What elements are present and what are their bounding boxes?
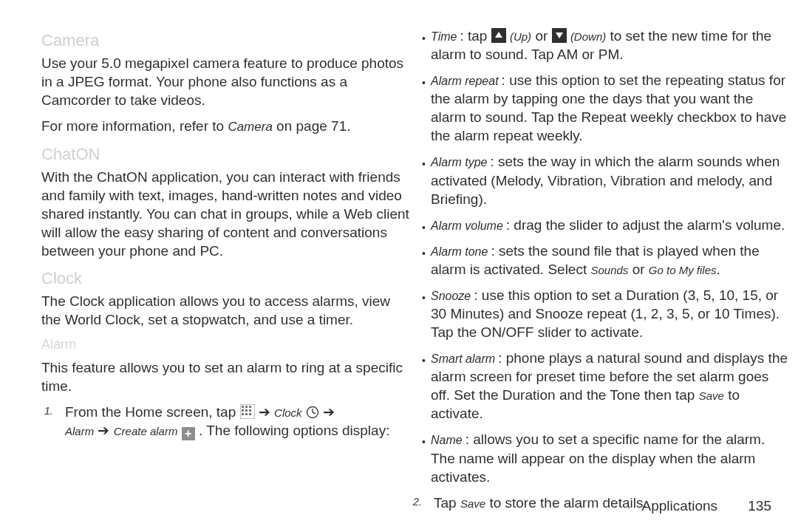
- text: : drag the slider to adjust the alarm's …: [506, 217, 785, 233]
- svg-rect-9: [249, 413, 251, 415]
- bullet-dot: •: [422, 291, 426, 304]
- text: : use this option to set a Duration (3, …: [431, 287, 780, 340]
- svg-rect-7: [242, 413, 244, 415]
- para-camera: Use your 5.0 megapixel camera feature to…: [41, 54, 412, 109]
- para-alarm: This feature allows you to set an alarm …: [41, 358, 412, 395]
- left-column: Camera Use your 5.0 megapixel camera fea…: [41, 27, 416, 532]
- bullet-snooze: • Snooze: use this option to set a Durat…: [422, 286, 791, 341]
- para-camera-ref: For more information, refer to Camera on…: [41, 117, 412, 135]
- bullet-dot: •: [422, 32, 426, 45]
- bullet-smart-alarm: • Smart alarm: phone plays a natural sou…: [422, 349, 791, 423]
- step-list: 1. From the Home screen, tap ➔ Clock: [62, 403, 412, 440]
- para-clock: The Clock application allows you to acce…: [41, 292, 412, 329]
- svg-rect-4: [242, 409, 244, 412]
- bullet-dot: •: [422, 247, 426, 260]
- text: .: [717, 262, 720, 277]
- text: or: [628, 262, 648, 277]
- svg-rect-8: [245, 413, 248, 415]
- bullet-dot: •: [422, 354, 426, 367]
- svg-rect-5: [245, 409, 248, 412]
- text: or: [535, 28, 551, 44]
- bullet-name: • Name: allows you to set a specific nam…: [422, 430, 791, 485]
- label-alarm-type: Alarm type: [431, 156, 487, 168]
- bullet-dot: •: [422, 76, 426, 89]
- step-number: 1.: [44, 404, 53, 417]
- label-alarm: Alarm: [65, 425, 94, 437]
- arrow: ➔: [98, 423, 113, 438]
- up-arrow-icon: [491, 28, 506, 43]
- step-number: 2.: [413, 495, 422, 508]
- bullet-alarm-volume: • Alarm volume: drag the slider to adjus…: [422, 216, 791, 234]
- label-create-alarm: Create alarm: [114, 425, 178, 437]
- bullet-time: • Time: tap (Up) or (Down) to set the ne…: [422, 27, 791, 64]
- right-column: • Time: tap (Up) or (Down) to set the ne…: [416, 27, 791, 532]
- label-save: Save: [460, 497, 485, 510]
- text: to store the alarm details.: [485, 495, 647, 511]
- svg-rect-1: [242, 406, 244, 408]
- label-name: Name: [431, 434, 463, 446]
- footer-section: Applications: [642, 498, 717, 514]
- svg-rect-6: [249, 409, 251, 412]
- bullet-dot: •: [422, 435, 426, 449]
- plus-icon: +: [182, 427, 195, 440]
- clock-icon: [306, 405, 319, 418]
- text: From the Home screen, tap: [65, 404, 240, 420]
- step-1: 1. From the Home screen, tap ➔ Clock: [65, 403, 412, 440]
- text: : tap: [460, 28, 491, 44]
- text: . The following options display:: [199, 423, 389, 438]
- label-up: (Up): [510, 30, 531, 43]
- down-arrow-icon: [552, 28, 567, 43]
- label-alarm-repeat: Alarm repeat: [431, 75, 499, 87]
- svg-rect-2: [245, 406, 248, 408]
- heading-clock: Clock: [41, 267, 412, 289]
- heading-chaton: ChatON: [41, 143, 412, 165]
- label-save-inline: Save: [699, 389, 724, 402]
- label-alarm-volume: Alarm volume: [431, 219, 503, 232]
- bullet-dot: •: [422, 157, 426, 171]
- svg-rect-3: [249, 406, 251, 408]
- label-down: (Down): [570, 30, 606, 43]
- text: : allows you to set a specific name for …: [431, 432, 765, 484]
- label-go-to-my-files: Go to My files: [649, 264, 717, 276]
- label-snooze: Snooze: [431, 290, 471, 302]
- label-clock: Clock: [274, 406, 302, 419]
- ref-camera-link: Camera: [228, 120, 272, 134]
- label-time: Time: [431, 30, 457, 43]
- bullet-dot: •: [422, 221, 426, 234]
- page-number: 135: [748, 498, 771, 514]
- label-alarm-tone: Alarm tone: [431, 245, 488, 258]
- text: For more information, refer to: [41, 118, 228, 134]
- bullet-alarm-repeat: • Alarm repeat: use this option to set t…: [422, 71, 791, 145]
- manual-page: Camera Use your 5.0 megapixel camera fea…: [0, 0, 798, 532]
- bullet-alarm-tone: • Alarm tone: sets the sound file that i…: [422, 242, 791, 279]
- label-sounds: Sounds: [590, 264, 628, 276]
- apps-grid-icon: [240, 404, 255, 419]
- text: on page 71.: [273, 118, 351, 134]
- heading-camera: Camera: [41, 30, 412, 51]
- page-footer: Applications 135: [642, 498, 771, 514]
- label-smart-alarm: Smart alarm: [431, 352, 495, 365]
- bullet-alarm-type: • Alarm type: sets the way in which the …: [422, 152, 791, 208]
- heading-alarm: Alarm: [41, 336, 412, 354]
- text: Tap: [434, 495, 460, 511]
- para-chaton: With the ChatON application, you can int…: [41, 168, 412, 260]
